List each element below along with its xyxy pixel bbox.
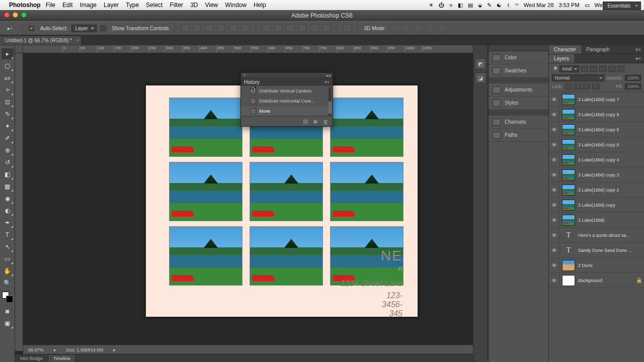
stamp-tool[interactable]: ⊕ [2, 145, 14, 156]
minimize-button[interactable] [13, 12, 18, 18]
visibility-icon[interactable]: 👁 [549, 167, 560, 182]
distribute-icon[interactable] [310, 24, 318, 32]
color-swatches[interactable] [2, 292, 13, 303]
layer-name[interactable]: 3 Lake(16bit) copy 8 [577, 142, 644, 147]
pen-tool[interactable]: ✒ [2, 217, 14, 228]
status-icon[interactable]: ⎆ [449, 2, 453, 8]
3d-panel-icon[interactable]: ◩ [475, 58, 486, 69]
lock-all-icon[interactable] [592, 83, 599, 89]
menu-image[interactable]: Image [80, 2, 97, 9]
properties-panel-icon[interactable]: ◪ [475, 72, 486, 83]
lake-image[interactable] [169, 226, 243, 286]
visibility-icon[interactable]: 👁 [549, 258, 560, 273]
3d-icon[interactable] [414, 24, 422, 32]
align-icon[interactable] [242, 24, 250, 32]
address-text[interactable]: 1234 Street Lane [341, 279, 403, 288]
phone-text[interactable]: 123-3456-345 [381, 291, 403, 318]
visibility-icon[interactable]: 👁 [549, 137, 560, 152]
3d-icon[interactable] [390, 24, 398, 32]
show-transform-checkbox[interactable] [101, 26, 106, 31]
filter-adjust-icon[interactable] [590, 66, 597, 72]
layer-row[interactable]: 👁3 Lake(16bit) copy [549, 198, 644, 213]
screen-mode-tool[interactable]: ▣ [2, 318, 14, 329]
new-document-icon[interactable]: ▧ [303, 118, 308, 125]
zoom-button[interactable] [21, 12, 27, 18]
menu-filter[interactable]: Filter [170, 2, 183, 9]
auto-align-icon[interactable] [343, 24, 351, 32]
eyedropper-tool[interactable]: ✎ [2, 109, 14, 120]
history-panel[interactable]: × ◂◂ History ▾≡ Distribute Vertical Cent… [240, 72, 333, 127]
status-arrow-icon[interactable]: ▸ [113, 347, 116, 352]
panel-menu-icon[interactable]: ▾≡ [632, 47, 644, 52]
visibility-icon[interactable]: 👁 [549, 243, 560, 257]
fill-value[interactable]: 100% [625, 83, 641, 89]
layer-row[interactable]: 👁3 Lake(16bit) [549, 213, 644, 228]
menu-edit[interactable]: Edit [62, 2, 73, 9]
subheading-text[interactable]: n [381, 264, 403, 273]
visibility-icon[interactable]: 👁 [549, 228, 560, 242]
panel-collapse-icon[interactable]: ◂◂ [326, 73, 331, 78]
crop-tool[interactable]: ⊡ [2, 97, 14, 108]
menu-help[interactable]: Help [254, 2, 266, 9]
tab-character[interactable]: Character [549, 45, 581, 54]
layer-thumbnail[interactable] [562, 275, 575, 286]
layer-row[interactable]: 👁3 Lake(16bit) copy 8 [549, 137, 644, 152]
lake-image[interactable] [330, 162, 404, 221]
history-tab-label[interactable]: History [244, 79, 260, 85]
close-button[interactable] [4, 12, 10, 18]
quick-mask-tool[interactable]: ◙ [2, 306, 14, 317]
distribute-icon[interactable] [298, 24, 306, 32]
visibility-icon[interactable]: 👁 [549, 183, 560, 197]
heading-text[interactable]: NE [381, 248, 403, 264]
lock-position-icon[interactable] [583, 83, 590, 89]
layer-thumbnail[interactable] [562, 215, 575, 226]
healing-tool[interactable]: ✦ [2, 121, 14, 132]
layer-row[interactable]: 👁Background🔒 [549, 273, 644, 288]
layer-thumbnail[interactable] [562, 124, 575, 135]
trash-icon[interactable]: 🗑 [323, 119, 329, 125]
menu-window[interactable]: Window [225, 2, 247, 9]
menubar-date[interactable]: Wed Mar 28 [524, 2, 554, 8]
distribute-icon[interactable] [262, 24, 270, 32]
layer-thumbnail[interactable] [562, 109, 575, 120]
close-tab-icon[interactable]: × [76, 38, 79, 43]
tab-layers[interactable]: Layers [549, 54, 574, 63]
panel-close-icon[interactable]: × [243, 72, 246, 77]
filter-kind-dropdown[interactable]: Kind [559, 65, 579, 72]
visibility-icon[interactable]: 👁 [549, 273, 560, 288]
new-snapshot-icon[interactable]: ◉ [313, 118, 318, 125]
distribute-icon[interactable] [286, 24, 294, 32]
hand-tool[interactable]: ✋ [2, 265, 14, 277]
tab-mini-bridge[interactable]: Mini Bridge [15, 355, 48, 362]
tab-paragraph[interactable]: Paragraph [581, 45, 615, 54]
menu-select[interactable]: Select [146, 2, 163, 9]
lock-transparency-icon[interactable] [565, 83, 572, 89]
layer-thumbnail[interactable] [562, 169, 575, 180]
history-list[interactable]: Distribute Vertical CentersDistribute Ho… [241, 86, 333, 116]
panel-adjustments[interactable]: Adjustments [489, 83, 548, 97]
panel-channels[interactable]: Channels [489, 116, 548, 129]
eraser-tool[interactable]: ◧ [2, 169, 14, 180]
layer-row[interactable]: 👁3 Lake(16bit) copy 6 [549, 107, 644, 122]
status-icon[interactable]: ☀ [429, 2, 434, 9]
layer-name[interactable]: 3 Lake(16bit) [577, 218, 644, 223]
layer-row[interactable]: 👁3 Lake(16bit) copy 5 [549, 122, 644, 137]
layer-row[interactable]: 👁3 Lake(16bit) copy 3 [549, 167, 644, 183]
panel-paths[interactable]: Paths [489, 129, 548, 142]
menu-view[interactable]: View [205, 2, 218, 9]
brush-tool[interactable]: ✐ [2, 133, 14, 144]
menubar-time[interactable]: 3:53 PM [559, 2, 580, 8]
menu-type[interactable]: Type [126, 2, 139, 9]
menu-3d[interactable]: 3D [190, 2, 198, 9]
panel-swatches[interactable]: Swatches [489, 64, 548, 77]
layer-row[interactable]: 👁3 Lake(16bit) copy 7 [549, 92, 644, 107]
menubar-app[interactable]: Photoshop [9, 2, 41, 9]
layer-row[interactable]: 👁3 Lake(16bit) copy 2 [549, 183, 644, 198]
blur-tool[interactable]: ◉ [2, 193, 14, 204]
layer-row[interactable]: 👁3 Lake(16bit) copy 4 [549, 152, 644, 167]
menu-layer[interactable]: Layer [104, 2, 119, 9]
visibility-icon[interactable]: 👁 [549, 107, 560, 122]
zoom-readout[interactable]: 66.67% [28, 347, 44, 352]
tab-timeline[interactable]: Timeline [48, 355, 76, 362]
gradient-tool[interactable]: ▦ [2, 181, 14, 192]
